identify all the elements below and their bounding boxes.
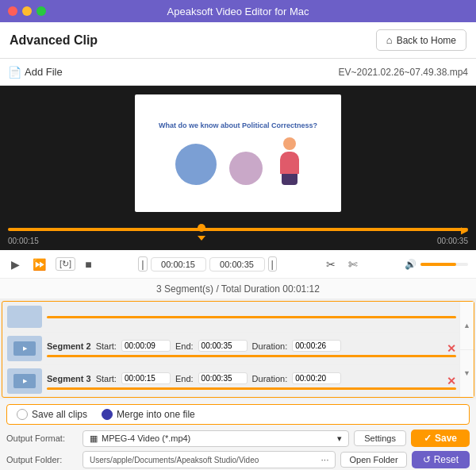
- figure-legs: [282, 174, 298, 185]
- timeline-start-label: 00:00:15: [8, 237, 39, 245]
- stop-button[interactable]: ■: [82, 256, 94, 272]
- segment-2-thumb: ▶: [7, 336, 42, 361]
- app-title: Apeaksoft Video Editor for Mac: [167, 6, 309, 17]
- fast-forward-button[interactable]: ⏩: [29, 256, 49, 272]
- circle-right: [229, 152, 263, 185]
- save-button[interactable]: ✓ Save: [411, 430, 470, 447]
- folder-path-display[interactable]: Users/apple/Documents/Apeaksoft Studio/V…: [83, 451, 336, 468]
- add-file-button[interactable]: 📄 Add File: [8, 66, 63, 79]
- merge-radio[interactable]: [102, 409, 113, 420]
- video-frame-title: What do we know about Political Correctn…: [159, 121, 317, 129]
- segment-row-1: [2, 302, 474, 333]
- volume-track[interactable]: [420, 263, 468, 266]
- format-label: Output Format:: [6, 433, 78, 443]
- segment-3-start-input[interactable]: [121, 372, 171, 384]
- video-preview-area: What do we know about Political Correctn…: [0, 86, 476, 221]
- merge-label: Merge into one file: [117, 409, 195, 420]
- segments-container: ▶ Segment 2 Start: End: Duration: ✕ ▶ Se…: [2, 301, 474, 398]
- segment-3-label: Segment 3: [47, 374, 91, 383]
- save-all-clips-option[interactable]: Save all clips: [17, 409, 87, 420]
- grid-icon: ▦: [90, 433, 98, 444]
- reset-button[interactable]: ↺ Reset: [412, 451, 470, 468]
- open-folder-button[interactable]: Open Folder: [340, 452, 406, 468]
- play-button[interactable]: ▶: [8, 256, 23, 272]
- scissors-button[interactable]: ✂: [323, 256, 339, 272]
- segment-2-dur-label: Duration:: [252, 341, 288, 351]
- save-options: Save all clips Merge into one file: [6, 404, 470, 425]
- close-traffic-light[interactable]: [8, 6, 17, 16]
- segment-2-end-input[interactable]: [198, 340, 248, 352]
- timeline-thumb-triangle: [198, 236, 205, 241]
- format-row: Output Format: ▦ MPEG-4 Video (*.mp4) ▾ …: [6, 430, 470, 447]
- segment-2-duration-input[interactable]: [292, 340, 341, 352]
- dots-icon: ···: [321, 454, 328, 465]
- reset-label: Reset: [434, 454, 459, 465]
- format-select-inner: ▦ MPEG-4 Video (*.mp4): [90, 433, 190, 444]
- volume-area: 🔊: [405, 259, 468, 270]
- format-value: MPEG-4 Video (*.mp4): [102, 433, 190, 443]
- segments-info: 3 Segment(s) / Total Duration 00:01:12: [0, 279, 476, 299]
- segment-3-bar: [47, 387, 456, 390]
- segment-3-delete-button[interactable]: ✕: [447, 375, 456, 387]
- save-all-clips-label: Save all clips: [32, 409, 87, 420]
- end-time-input[interactable]: [209, 257, 265, 272]
- minimize-traffic-light[interactable]: [22, 6, 32, 16]
- scroll-arrows: ▲ ▼: [459, 302, 474, 397]
- start-time-input[interactable]: [151, 257, 206, 272]
- titlebar: Apeaksoft Video Editor for Mac: [0, 0, 476, 22]
- segment-3-duration-input[interactable]: [292, 372, 341, 384]
- timeline-labels: 00:00:15 00:00:35: [8, 237, 468, 245]
- controls-bar: ▶ ⏩ [↻] ■ | | ✂ ✄ 🔊: [0, 250, 476, 279]
- folder-path-text: Users/apple/Documents/Apeaksoft Studio/V…: [90, 456, 259, 464]
- page-title: Advanced Clip: [10, 33, 98, 48]
- scroll-up-button[interactable]: ▲: [460, 302, 474, 350]
- segment-1-thumb: [7, 306, 42, 328]
- folder-label: Output Folder:: [6, 455, 78, 464]
- timeline-end-label: 00:00:35: [437, 237, 468, 245]
- timeline-area: ▶ 00:00:15 00:00:35: [0, 221, 476, 250]
- segment-3-end-input[interactable]: [198, 372, 248, 384]
- video-content: [175, 137, 301, 185]
- topbar: Advanced Clip ⌂ Back to Home: [0, 22, 476, 59]
- save-label: Save: [435, 433, 457, 444]
- folder-row: Output Folder: Users/apple/Documents/Ape…: [6, 451, 470, 468]
- volume-icon: 🔊: [405, 259, 416, 270]
- segment-2-label: Segment 2: [47, 341, 91, 351]
- timeline-end-marker: ▶: [461, 225, 468, 236]
- filename: EV~2021.02.26~07.49.38.mp4: [339, 67, 468, 78]
- scroll-down-button[interactable]: ▼: [460, 350, 474, 398]
- clip-end-icon: |: [268, 256, 277, 272]
- segment-2-start-label: Start:: [96, 341, 117, 351]
- time-range: | |: [138, 256, 277, 272]
- segment-row-3: ▶ Segment 3 Start: End: Duration: ✕: [2, 365, 474, 397]
- timeline-thumb[interactable]: [198, 224, 205, 232]
- scissors2-button[interactable]: ✄: [345, 256, 361, 272]
- settings-button[interactable]: Settings: [354, 430, 406, 446]
- figure-head: [283, 137, 296, 150]
- segment-1-bar: [47, 316, 456, 318]
- maximize-traffic-light[interactable]: [36, 6, 46, 16]
- segments-info-label: 3 Segment(s) / Total Duration 00:01:12: [156, 283, 320, 295]
- segment-2-start-input[interactable]: [121, 340, 171, 352]
- segment-3-start-label: Start:: [96, 374, 117, 383]
- segment-2-info: Segment 2 Start: End: Duration:: [47, 340, 456, 357]
- merge-option[interactable]: Merge into one file: [102, 409, 195, 420]
- back-home-button[interactable]: ⌂ Back to Home: [376, 29, 466, 51]
- circle-left: [175, 144, 217, 185]
- home-icon: ⌂: [386, 34, 393, 46]
- segment-3-info: Segment 3 Start: End: Duration:: [47, 372, 456, 390]
- action-buttons: ✓ Save: [411, 430, 470, 447]
- figure: [278, 137, 301, 185]
- timeline-track[interactable]: ▶: [8, 228, 468, 231]
- output-section: Save all clips Merge into one file Outpu…: [0, 399, 476, 470]
- figure-body: [280, 152, 299, 174]
- reset-button-container: ↺ Reset: [412, 451, 470, 468]
- loop-button[interactable]: [↻]: [56, 257, 75, 271]
- save-all-clips-radio[interactable]: [17, 409, 28, 420]
- segment-3-end-label: End:: [175, 374, 194, 383]
- format-select[interactable]: ▦ MPEG-4 Video (*.mp4) ▾: [83, 430, 349, 447]
- add-file-icon: 📄: [8, 66, 21, 79]
- timeline-bar[interactable]: ▶: [8, 224, 468, 235]
- toolbar: 📄 Add File EV~2021.02.26~07.49.38.mp4: [0, 59, 476, 86]
- segment-2-delete-button[interactable]: ✕: [447, 342, 456, 355]
